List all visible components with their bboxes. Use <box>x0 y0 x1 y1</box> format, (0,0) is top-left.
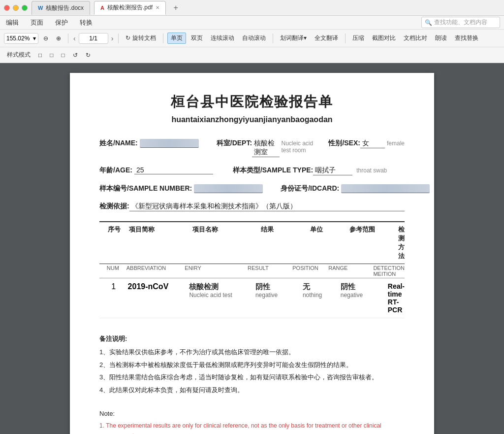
note-cn-2: 2、当检测标本中被检核酸浓度低于最低检测限或靶序列变异时可能会发生假阴性的结果。 <box>99 359 405 370</box>
note-label: Note: <box>99 408 405 419</box>
note-cn-3: 3、阳性结果需结合临床综合考虑，适当时随诊复检，如有疑问请联系检验中心，咨询报告… <box>99 371 405 383</box>
menu-page[interactable]: 页面 <box>29 17 45 28</box>
add-tab-button[interactable]: + <box>170 2 182 14</box>
menu-edit[interactable]: 编辑 <box>4 17 21 28</box>
page-current: 1/1 <box>89 35 97 42</box>
word-translate-button[interactable]: 划词翻译▾ <box>277 33 310 43</box>
sample-type-value: 咽拭子 <box>313 166 352 175</box>
age-value: 25 <box>134 166 213 174</box>
continuous-scroll-button[interactable]: 连续滚动 <box>208 33 237 43</box>
row-name-cn: 核酸检测 <box>189 282 255 292</box>
th-sub-result: RESULT <box>248 265 292 277</box>
th-sub-range: RANGE <box>328 265 373 277</box>
search-box[interactable]: 🔍 查找功能、文档内容 <box>421 17 500 28</box>
notes-section: 备注说明: 1、实验结果仅供临床参考，不作为治疗或其他临床管理的唯一依据。 2、… <box>99 333 405 434</box>
close-button[interactable] <box>4 5 10 11</box>
row-range-cn: 阴性 <box>341 282 388 292</box>
pdf-page: 桓台县中医院检验报告单 huantaixianzhongyiyuanjianya… <box>70 73 434 434</box>
sex-en: female <box>387 140 405 147</box>
row-result-cn: 阴性 <box>255 282 303 292</box>
sep5 <box>345 33 346 43</box>
row-unit-en: nothing <box>303 292 341 299</box>
th-sub-method: DETECTION MEITION <box>373 265 405 277</box>
sample-type-label: 样本类型/SAMPLE TYPE: <box>233 166 313 175</box>
toolbar-row1: 155.02% ▾ ⊖ ⊕ ‹ 1/1 › ↻ 旋转文档 单页 双页 连续滚动 … <box>0 30 504 47</box>
row-range: 阴性 negative <box>341 282 388 299</box>
row-unit-cn: 无 <box>303 282 341 292</box>
tb2-icon2[interactable]: □ <box>47 51 56 60</box>
full-translate-button[interactable]: 全文翻译 <box>312 33 341 43</box>
table-header: 序号 项目简称 项目名称 结果 单位 参考范围 检测方法 <box>99 221 405 264</box>
tab-pdf-icon: A <box>100 5 104 11</box>
rotate-button[interactable]: ↻ 旋转文档 <box>123 33 158 43</box>
minimize-button[interactable] <box>13 5 19 11</box>
dept-value: 核酸检测室 <box>252 139 279 157</box>
th-result: 结果 <box>261 225 310 261</box>
th-method: 检测方法 <box>398 225 405 261</box>
menu-protect[interactable]: 保护 <box>53 17 70 28</box>
sex-value: 女 <box>360 139 385 148</box>
menu-convert[interactable]: 转换 <box>78 17 94 28</box>
single-page-button[interactable]: 单页 <box>167 33 186 44</box>
row-result: 阴性 negative <box>255 282 303 299</box>
report-title-pinyin: huantaixianzhongyiyuanjianyanbaogaodan <box>99 115 405 124</box>
dept-label: 科室/DEPT: <box>217 139 252 148</box>
sep3 <box>163 33 163 43</box>
basis-value: 《新型冠状病毒样本采集和检测技术指南》（第八版） <box>129 202 405 211</box>
menu-bar: 编辑 页面 保护 转换 🔍 查找功能、文档内容 <box>0 16 504 30</box>
tab-docx-icon: W <box>38 5 43 11</box>
prev-page-button[interactable]: ‹ <box>72 34 77 42</box>
compare-button[interactable]: 文档比对 <box>401 33 430 43</box>
th-sub-unit: POSITION <box>292 265 328 277</box>
note-cn-4: 4、此结果仅对此标本负责，如有疑问请及时查询。 <box>99 384 405 396</box>
tb2-icon3[interactable]: □ <box>59 51 68 60</box>
tb2-undo[interactable]: ↺ <box>70 51 81 60</box>
tab-docx-label: 核酸报告.docx <box>46 4 84 12</box>
find-replace-button[interactable]: 查找替换 <box>452 33 481 43</box>
tb2-icon1[interactable]: □ <box>35 51 45 60</box>
auto-scroll-button[interactable]: 自动滚动 <box>239 33 269 43</box>
zoom-in-button[interactable]: ⊕ <box>53 34 64 43</box>
zoom-value: 155.02% <box>6 35 30 42</box>
th-sub-num: NUM <box>99 265 126 277</box>
idcard-value <box>341 184 430 193</box>
style-mode-button[interactable]: 样式模式 <box>4 50 33 60</box>
row-num: 1 <box>99 282 128 291</box>
tab-pdf[interactable]: A 核酸检测报告.pdf ✕ <box>94 1 166 15</box>
info-row-sample-num: 样本编号/SAMPLE NUMBER: 身份证号/IDCARD: <box>99 184 405 193</box>
name-value <box>140 139 199 148</box>
next-page-button[interactable]: › <box>110 34 115 42</box>
screenshot-button[interactable]: 截图对比 <box>369 33 399 43</box>
row-name: 核酸检测 Nucleic acid test <box>189 282 255 299</box>
info-row-age: 年龄/AGE: 25 样本类型/SAMPLE TYPE: 咽拭子 throat … <box>99 166 405 175</box>
report-title-cn: 桓台县中医院检验报告单 <box>99 93 405 111</box>
search-placeholder: 查找功能、文档内容 <box>434 18 487 27</box>
row-method: Real-time RT-PCR <box>388 282 405 314</box>
row-name-en: Nucleic acid test <box>189 292 255 299</box>
notes-title: 备注说明: <box>99 333 405 344</box>
toolbar-row2: 样式模式 □ □ □ ↺ ↻ <box>0 47 504 63</box>
tab-docx[interactable]: W 核酸报告.docx <box>32 1 90 15</box>
zoom-control[interactable]: 155.02% ▾ <box>4 33 38 44</box>
th-range: 参考范围 <box>349 225 399 261</box>
double-page-button[interactable]: 双页 <box>188 33 206 43</box>
sample-num-label: 样本编号/SAMPLE NUMBER: <box>99 184 192 193</box>
note-cn-1: 1、实验结果仅供临床参考，不作为治疗或其他临床管理的唯一依据。 <box>99 346 405 358</box>
row-range-en: negative <box>341 292 388 299</box>
sep2 <box>118 33 119 43</box>
th-name: 项目名称 <box>192 225 261 261</box>
th-sub-name: ENIRY <box>185 265 248 277</box>
search-icon: 🔍 <box>425 19 432 26</box>
idcard-label: 身份证号/IDCARD: <box>281 184 339 193</box>
tb2-redo[interactable]: ↻ <box>83 51 94 60</box>
compress-button[interactable]: 压缩 <box>349 33 367 43</box>
info-row-name: 姓名/NAME: 科室/DEPT: 核酸检测室 Nucleic acid tes… <box>99 139 405 157</box>
sep1 <box>68 33 68 43</box>
window-controls <box>4 5 28 11</box>
read-button[interactable]: 朗读 <box>432 33 450 43</box>
zoom-dropdown-icon[interactable]: ▾ <box>33 35 36 42</box>
tab-close-button[interactable]: ✕ <box>156 5 159 10</box>
zoom-out-button[interactable]: ⊖ <box>40 34 51 43</box>
basis-label: 检测依据: <box>99 202 129 211</box>
maximize-button[interactable] <box>22 5 28 11</box>
